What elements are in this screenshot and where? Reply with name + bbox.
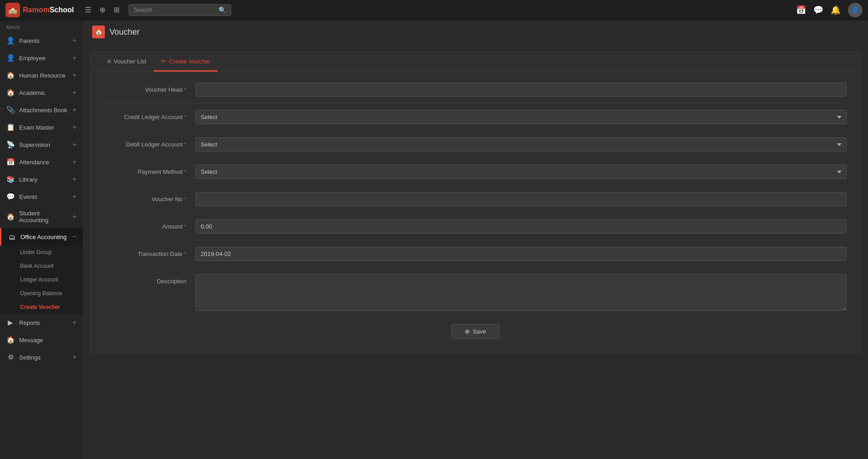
sidebar-item-supervision[interactable]: 📡 Supervision + [0,136,83,153]
sidebar-item-label: Reports [19,319,68,326]
sidebar-item-label: Attachments Book [19,107,68,114]
sidebar-item-settings[interactable]: ⚙ Settings + [0,349,83,366]
menu-icon[interactable]: ☰ [83,4,93,16]
debit-ledger-select[interactable]: Select [196,137,847,151]
list-icon: ≡ [107,57,111,65]
topnav-icon-group: ☰ ⊕ ⊞ [83,4,121,16]
submenu-item-under-group[interactable]: Under Group [0,245,83,259]
plus-icon[interactable]: + [73,71,77,79]
transaction-date-label: Transaction Date * [104,247,196,257]
calendar-icon[interactable]: 📅 [796,5,806,15]
tab-create-voucher[interactable]: ✏ Create Voucher [154,52,218,72]
sidebar-item-label: Events [19,193,68,200]
sidebar-item-office-accounting[interactable]: 🗂 Office Accounting − [0,228,83,245]
sidebar-item-label: Attendance [19,159,68,166]
sidebar-item-label: Academic [19,89,68,96]
save-button[interactable]: ⊕ Save [452,324,499,339]
settings-icon: ⚙ [6,353,15,361]
description-textarea[interactable] [196,274,847,311]
voucher-head-row: Voucher Head * [104,76,847,104]
page-title: Voucher [109,27,140,37]
payment-method-select[interactable]: Select [196,165,847,179]
payment-method-row: Payment Method * Select [104,158,847,186]
page-header: 🏠 Voucher [83,20,868,44]
sidebar-item-label: Supervision [19,141,68,148]
sidebar-item-employee[interactable]: 👤 Employee + [0,49,83,67]
sidebar-item-label: Exam Master [19,124,68,131]
save-plus-icon: ⊕ [465,328,470,335]
student-accounting-icon: 🏠 [6,213,15,221]
submenu-item-opening-balance[interactable]: Opening Balance [0,287,83,300]
plus-icon[interactable]: + [73,193,77,201]
submenu-item-create-voucher[interactable]: Create Voucher [0,300,83,314]
plus-icon[interactable]: + [73,318,77,327]
plus-icon[interactable]: + [73,141,77,149]
transaction-date-input[interactable] [196,247,847,261]
amount-label: Amount * [104,219,196,230]
sidebar-item-exam-master[interactable]: 📋 Exam Master + [0,119,83,136]
debit-ledger-row: Debit Ledger Account * Select [104,131,847,158]
transaction-date-row: Transaction Date * [104,240,847,268]
sidebar-item-human-resource[interactable]: 🏠 Human Resource + [0,67,83,84]
tabs: ≡ Voucher List ✏ Create Voucher [91,52,860,72]
minus-icon[interactable]: − [73,233,77,241]
chat-icon[interactable]: 💬 [813,5,823,15]
submenu-item-ledger-account[interactable]: Ledger Account [0,273,83,287]
home-button[interactable]: 🏠 [92,26,105,38]
plus-icon[interactable]: + [73,353,77,361]
search-icon: 🔍 [218,6,226,14]
reports-icon: ▶ [6,318,15,327]
plus-icon[interactable]: + [73,175,77,183]
search-input[interactable] [134,6,216,13]
academic-icon: 🏠 [6,89,15,97]
sidebar-item-academic[interactable]: 🏠 Academic + [0,84,83,101]
supervision-icon: 📡 [6,141,15,149]
sidebar-item-student-accounting[interactable]: 🏠 Student Accounting + [0,205,83,228]
sidebar-item-attendance[interactable]: 📅 Attendance + [0,153,83,171]
avatar[interactable]: 👤 [848,3,863,17]
debit-ledger-label: Debit Ledger Account * [104,137,196,148]
sidebar-item-label: Parents [19,37,68,44]
sidebar-item-message[interactable]: 🏠 Message [0,331,83,349]
search-bar[interactable]: 🔍 [129,4,231,16]
logo[interactable]: 🏫 RamomSchool [5,3,74,17]
amount-row: Amount * [104,213,847,240]
button-row: ⊕ Save [104,318,847,339]
sidebar-item-events[interactable]: 💬 Events + [0,188,83,205]
grid-icon[interactable]: ⊞ [112,4,121,16]
topnav-right: 📅 💬 🔔 👤 [796,3,863,17]
employee-icon: 👤 [6,54,15,62]
bell-icon[interactable]: 🔔 [831,5,841,15]
sidebar-item-attachments-book[interactable]: 📎 Attachments Book + [0,101,83,119]
circle-plus-icon[interactable]: ⊕ [98,4,107,16]
exam-icon: 📋 [6,123,15,131]
sidebar-item-label: Human Resource [19,72,68,79]
credit-ledger-label: Credit Ledger Account * [104,110,196,120]
credit-ledger-row: Credit Ledger Account * Select [104,104,847,131]
submenu-item-bank-account[interactable]: Bank Account [0,259,83,273]
top-navigation: 🏫 RamomSchool ☰ ⊕ ⊞ 🔍 📅 💬 🔔 👤 [0,0,868,20]
voucher-no-label: Voucher No * [104,192,196,203]
form-container: ≡ Voucher List ✏ Create Voucher Voucher … [90,52,861,353]
sidebar-item-library[interactable]: 📚 Library + [0,171,83,188]
plus-icon[interactable]: + [73,123,77,131]
logo-icon: 🏫 [5,3,20,17]
parents-icon: 👤 [6,37,15,45]
logo-text: RamomSchool [23,6,74,14]
sidebar-item-label: Office Accounting [21,234,68,240]
credit-ledger-select[interactable]: Select [196,110,847,124]
amount-input[interactable] [196,219,847,234]
plus-icon[interactable]: + [73,89,77,97]
voucher-no-input[interactable] [196,192,847,206]
description-row: Description [104,268,847,318]
voucher-head-input[interactable] [196,83,847,97]
plus-icon[interactable]: + [73,54,77,62]
plus-icon[interactable]: + [73,158,77,166]
sidebar-item-parents[interactable]: 👤 Parents + [0,32,83,49]
sidebar-item-reports[interactable]: ▶ Reports + [0,314,83,331]
plus-icon[interactable]: + [73,106,77,114]
tab-voucher-list[interactable]: ≡ Voucher List [100,52,154,72]
plus-icon[interactable]: + [73,37,77,45]
plus-icon[interactable]: + [73,213,77,221]
sidebar-item-label: Employee [19,55,68,62]
